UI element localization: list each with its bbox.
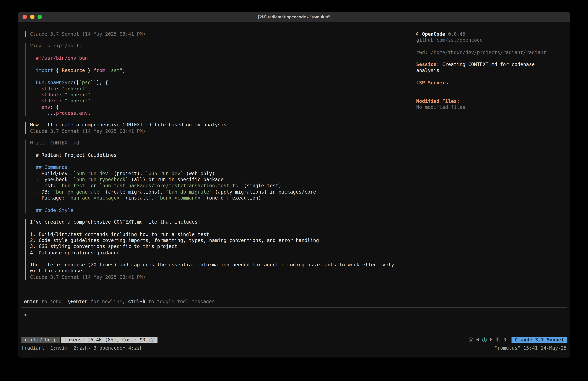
tmux-session-info: "romulus" 15:41 14-May-25 (494, 345, 567, 351)
chat-block-message-header: Claude 3.7 Sonnet (14 May 2025 03:41 PM) (25, 31, 416, 37)
sidebar: © OpenCode 0.0.45 github.com/sst/opencod… (416, 22, 570, 299)
diagnostic-hints: ⓗ 0 (496, 337, 506, 343)
diagnostics-counters: Ⓦ 0ⓘ 0ⓗ 0 (468, 337, 509, 343)
chat-block-tool-write: Write: CONTEXT.md # Radiant Project Guid… (25, 140, 416, 213)
chat-stream: Claude 3.7 Sonnet (14 May 2025 03:41 PM)… (18, 22, 416, 299)
modified-files-heading: Modified Files: (416, 98, 548, 104)
diagnostic-warnings: Ⓦ 0 (468, 337, 479, 343)
zoom-button[interactable] (38, 15, 42, 19)
warnings-icon: Ⓦ (468, 337, 476, 343)
terminal-content: Claude 3.7 Sonnet (14 May 2025 03:41 PM)… (18, 22, 570, 357)
diagnostic-info: ⓘ 0 (482, 337, 493, 343)
session-info: Session: Creating CONTEXT.md for codebas… (416, 62, 548, 74)
session-label: Session: (416, 62, 439, 67)
tokens-cost-chip: Tokens: 16.4K (8%), Cost: $0.12 (61, 337, 157, 343)
app-header: © OpenCode 0.0.45 (416, 31, 548, 37)
help-chip[interactable]: ctrl+? help (21, 337, 60, 343)
message-input[interactable]: > (18, 308, 570, 337)
modified-files-empty: No modified files (416, 104, 548, 111)
editor-hint: enter to send, \+enter for newline, ctrl… (24, 299, 564, 305)
titlebar[interactable]: [2/3] radiant:3:opencode - "romulus" (18, 12, 570, 22)
close-button[interactable] (22, 15, 27, 19)
app-name: OpenCode (422, 31, 445, 37)
info-icon: ⓘ (482, 337, 490, 343)
lsp-servers-heading: LSP Servers (416, 80, 548, 86)
tmux-status-bar: [radiant] 1:nvim 2:zsh- 3:opencode* 4:zs… (21, 345, 567, 351)
window-title: [2/3] radiant:3:opencode - "romulus" (18, 15, 570, 19)
model-badge[interactable]: Claude 3.7 Sonnet (511, 337, 567, 343)
chat-block-tool-view: View: script/db.ts #!/usr/bin/env bun im… (25, 43, 416, 116)
desktop: [2/3] radiant:3:opencode - "romulus" Cla… (0, 0, 588, 381)
minimize-button[interactable] (30, 15, 35, 19)
hints-icon: ⓗ (496, 337, 504, 343)
terminal-window: [2/3] radiant:3:opencode - "romulus" Cla… (18, 12, 570, 357)
repo-url: github.com/sst/opencode (416, 37, 548, 44)
cwd-path: /home/thdxr/dev/projects/radiant/radiant (431, 49, 546, 55)
opencode-logo-icon: © (416, 31, 419, 37)
chat-block-assistant-text: I've created a comprehensive CONTEXT.md … (25, 219, 416, 280)
app-version: 0.0.45 (448, 31, 465, 37)
traffic-lights (22, 12, 42, 22)
cwd-line: cwd: /home/thdxr/dev/projects/radiant/ra… (416, 49, 548, 56)
chat-block-assistant-text: Now I'll create a comprehensive CONTEXT.… (25, 122, 416, 134)
main-area: Claude 3.7 Sonnet (14 May 2025 03:41 PM)… (18, 22, 570, 299)
tmux-window-list[interactable]: [radiant] 1:nvim 2:zsh- 3:opencode* 4:zs… (21, 345, 143, 351)
status-bar: ctrl+? help Tokens: 16.4K (8%), Cost: $0… (21, 337, 567, 343)
editor: enter to send, \+enter for newline, ctrl… (18, 299, 570, 337)
status-right: Ⓦ 0ⓘ 0ⓗ 0 Claude 3.7 Sonnet (468, 337, 567, 343)
prompt-caret: > (24, 312, 27, 318)
cwd-label: cwd: (416, 49, 428, 55)
